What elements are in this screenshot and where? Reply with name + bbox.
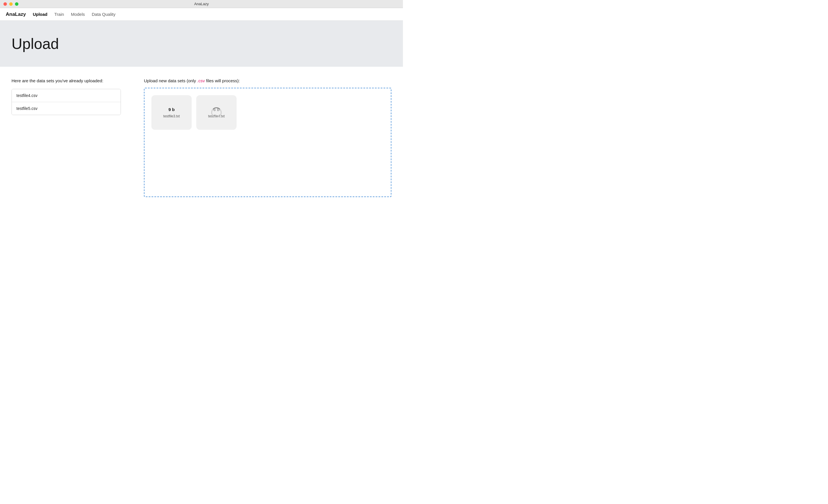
file-card: 9 b testfile3.txt: [151, 95, 192, 130]
navbar: AnaLazy Upload Train Models Data Quality: [0, 8, 403, 21]
app-name: AnaLazy: [6, 11, 26, 17]
nav-data-quality[interactable]: Data Quality: [92, 12, 116, 17]
nav-upload[interactable]: Upload: [33, 12, 47, 17]
file-name: testfile3.txt: [163, 114, 179, 118]
upload-label-prefix: Upload new data sets (only: [144, 78, 197, 83]
close-button[interactable]: [3, 2, 7, 6]
maximize-button[interactable]: [15, 2, 18, 6]
window-chrome: AnaLazy: [0, 0, 403, 8]
existing-uploads-label: Here are the data sets you've already up…: [11, 78, 121, 83]
upload-section: Upload new data sets (only .csv files wi…: [144, 78, 391, 197]
nav-train[interactable]: Train: [54, 12, 64, 17]
window-title: AnaLazy: [194, 2, 209, 6]
upload-label: Upload new data sets (only .csv files wi…: [144, 78, 391, 83]
page-title: Upload: [11, 35, 59, 52]
nav-models[interactable]: Models: [71, 12, 85, 17]
existing-uploads-section: Here are the data sets you've already up…: [11, 78, 121, 197]
file-size: 9 b: [168, 107, 175, 112]
main-content: Here are the data sets you've already up…: [0, 67, 403, 209]
minimize-button[interactable]: [9, 2, 13, 6]
list-item: testfile4.csv: [12, 89, 121, 102]
dropzone[interactable]: 9 b testfile3.txt 6 b testfile4.txt: [144, 88, 391, 197]
list-item: testfile5.csv: [12, 102, 121, 115]
csv-highlight: .csv: [197, 78, 205, 83]
file-list: testfile4.csv testfile5.csv: [11, 89, 121, 115]
upload-label-suffix: files will process):: [205, 78, 240, 83]
file-card-loading: 6 b testfile4.txt: [196, 95, 237, 130]
loading-spinner: [211, 107, 221, 118]
hero-section: Upload: [0, 21, 403, 67]
